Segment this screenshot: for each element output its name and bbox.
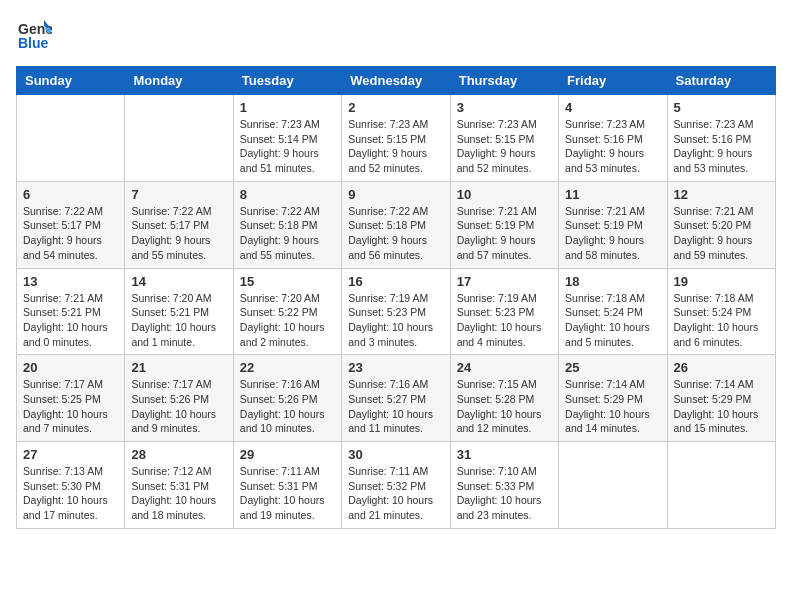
calendar-cell: 27Sunrise: 7:13 AMSunset: 5:30 PMDayligh… [17,442,125,529]
day-number: 25 [565,360,660,375]
calendar-cell: 23Sunrise: 7:16 AMSunset: 5:27 PMDayligh… [342,355,450,442]
calendar-cell [667,442,775,529]
day-number: 9 [348,187,443,202]
header: General Blue [16,16,776,56]
day-number: 10 [457,187,552,202]
day-info: Sunrise: 7:10 AMSunset: 5:33 PMDaylight:… [457,464,552,523]
calendar-cell: 6Sunrise: 7:22 AMSunset: 5:17 PMDaylight… [17,181,125,268]
day-info: Sunrise: 7:23 AMSunset: 5:15 PMDaylight:… [348,117,443,176]
calendar-cell: 30Sunrise: 7:11 AMSunset: 5:32 PMDayligh… [342,442,450,529]
calendar-cell: 16Sunrise: 7:19 AMSunset: 5:23 PMDayligh… [342,268,450,355]
svg-text:Blue: Blue [18,35,49,51]
week-row-5: 27Sunrise: 7:13 AMSunset: 5:30 PMDayligh… [17,442,776,529]
day-info: Sunrise: 7:14 AMSunset: 5:29 PMDaylight:… [565,377,660,436]
day-number: 19 [674,274,769,289]
calendar-table: SundayMondayTuesdayWednesdayThursdayFrid… [16,66,776,529]
day-info: Sunrise: 7:19 AMSunset: 5:23 PMDaylight:… [457,291,552,350]
day-number: 1 [240,100,335,115]
calendar-cell: 8Sunrise: 7:22 AMSunset: 5:18 PMDaylight… [233,181,341,268]
day-header-friday: Friday [559,67,667,95]
day-info: Sunrise: 7:23 AMSunset: 5:16 PMDaylight:… [674,117,769,176]
day-info: Sunrise: 7:18 AMSunset: 5:24 PMDaylight:… [565,291,660,350]
day-number: 11 [565,187,660,202]
day-number: 21 [131,360,226,375]
day-info: Sunrise: 7:20 AMSunset: 5:22 PMDaylight:… [240,291,335,350]
day-number: 5 [674,100,769,115]
calendar-cell: 3Sunrise: 7:23 AMSunset: 5:15 PMDaylight… [450,95,558,182]
calendar-cell: 5Sunrise: 7:23 AMSunset: 5:16 PMDaylight… [667,95,775,182]
day-header-saturday: Saturday [667,67,775,95]
day-info: Sunrise: 7:17 AMSunset: 5:25 PMDaylight:… [23,377,118,436]
day-info: Sunrise: 7:22 AMSunset: 5:18 PMDaylight:… [348,204,443,263]
day-info: Sunrise: 7:16 AMSunset: 5:26 PMDaylight:… [240,377,335,436]
calendar-cell: 4Sunrise: 7:23 AMSunset: 5:16 PMDaylight… [559,95,667,182]
day-header-tuesday: Tuesday [233,67,341,95]
calendar-cell [125,95,233,182]
day-number: 15 [240,274,335,289]
calendar-cell: 18Sunrise: 7:18 AMSunset: 5:24 PMDayligh… [559,268,667,355]
day-info: Sunrise: 7:20 AMSunset: 5:21 PMDaylight:… [131,291,226,350]
calendar-cell: 17Sunrise: 7:19 AMSunset: 5:23 PMDayligh… [450,268,558,355]
calendar-cell: 26Sunrise: 7:14 AMSunset: 5:29 PMDayligh… [667,355,775,442]
day-info: Sunrise: 7:16 AMSunset: 5:27 PMDaylight:… [348,377,443,436]
week-row-3: 13Sunrise: 7:21 AMSunset: 5:21 PMDayligh… [17,268,776,355]
calendar-cell [559,442,667,529]
logo-symbol: General Blue [16,16,52,56]
calendar-cell: 9Sunrise: 7:22 AMSunset: 5:18 PMDaylight… [342,181,450,268]
day-number: 31 [457,447,552,462]
day-info: Sunrise: 7:21 AMSunset: 5:19 PMDaylight:… [457,204,552,263]
day-number: 7 [131,187,226,202]
day-number: 4 [565,100,660,115]
day-number: 27 [23,447,118,462]
calendar-cell: 10Sunrise: 7:21 AMSunset: 5:19 PMDayligh… [450,181,558,268]
calendar-cell: 19Sunrise: 7:18 AMSunset: 5:24 PMDayligh… [667,268,775,355]
day-info: Sunrise: 7:23 AMSunset: 5:15 PMDaylight:… [457,117,552,176]
calendar-cell: 13Sunrise: 7:21 AMSunset: 5:21 PMDayligh… [17,268,125,355]
day-header-sunday: Sunday [17,67,125,95]
calendar-cell: 25Sunrise: 7:14 AMSunset: 5:29 PMDayligh… [559,355,667,442]
calendar-cell: 7Sunrise: 7:22 AMSunset: 5:17 PMDaylight… [125,181,233,268]
day-number: 20 [23,360,118,375]
day-info: Sunrise: 7:21 AMSunset: 5:20 PMDaylight:… [674,204,769,263]
day-info: Sunrise: 7:18 AMSunset: 5:24 PMDaylight:… [674,291,769,350]
day-info: Sunrise: 7:23 AMSunset: 5:16 PMDaylight:… [565,117,660,176]
calendar-cell: 31Sunrise: 7:10 AMSunset: 5:33 PMDayligh… [450,442,558,529]
day-info: Sunrise: 7:23 AMSunset: 5:14 PMDaylight:… [240,117,335,176]
day-info: Sunrise: 7:22 AMSunset: 5:18 PMDaylight:… [240,204,335,263]
day-info: Sunrise: 7:13 AMSunset: 5:30 PMDaylight:… [23,464,118,523]
calendar-cell: 21Sunrise: 7:17 AMSunset: 5:26 PMDayligh… [125,355,233,442]
day-number: 18 [565,274,660,289]
day-info: Sunrise: 7:21 AMSunset: 5:21 PMDaylight:… [23,291,118,350]
day-number: 30 [348,447,443,462]
day-info: Sunrise: 7:11 AMSunset: 5:32 PMDaylight:… [348,464,443,523]
day-header-monday: Monday [125,67,233,95]
day-number: 12 [674,187,769,202]
day-info: Sunrise: 7:22 AMSunset: 5:17 PMDaylight:… [23,204,118,263]
calendar-cell: 1Sunrise: 7:23 AMSunset: 5:14 PMDaylight… [233,95,341,182]
day-number: 8 [240,187,335,202]
day-header-thursday: Thursday [450,67,558,95]
day-number: 13 [23,274,118,289]
day-number: 2 [348,100,443,115]
week-row-4: 20Sunrise: 7:17 AMSunset: 5:25 PMDayligh… [17,355,776,442]
calendar-cell: 22Sunrise: 7:16 AMSunset: 5:26 PMDayligh… [233,355,341,442]
day-number: 26 [674,360,769,375]
week-row-1: 1Sunrise: 7:23 AMSunset: 5:14 PMDaylight… [17,95,776,182]
week-row-2: 6Sunrise: 7:22 AMSunset: 5:17 PMDaylight… [17,181,776,268]
logo: General Blue [16,16,52,56]
day-info: Sunrise: 7:22 AMSunset: 5:17 PMDaylight:… [131,204,226,263]
calendar-cell [17,95,125,182]
calendar-cell: 24Sunrise: 7:15 AMSunset: 5:28 PMDayligh… [450,355,558,442]
day-info: Sunrise: 7:15 AMSunset: 5:28 PMDaylight:… [457,377,552,436]
day-number: 17 [457,274,552,289]
day-number: 6 [23,187,118,202]
day-number: 22 [240,360,335,375]
day-header-wednesday: Wednesday [342,67,450,95]
day-number: 29 [240,447,335,462]
day-number: 24 [457,360,552,375]
calendar-cell: 15Sunrise: 7:20 AMSunset: 5:22 PMDayligh… [233,268,341,355]
calendar-cell: 14Sunrise: 7:20 AMSunset: 5:21 PMDayligh… [125,268,233,355]
days-of-week-header: SundayMondayTuesdayWednesdayThursdayFrid… [17,67,776,95]
calendar-cell: 2Sunrise: 7:23 AMSunset: 5:15 PMDaylight… [342,95,450,182]
day-number: 3 [457,100,552,115]
